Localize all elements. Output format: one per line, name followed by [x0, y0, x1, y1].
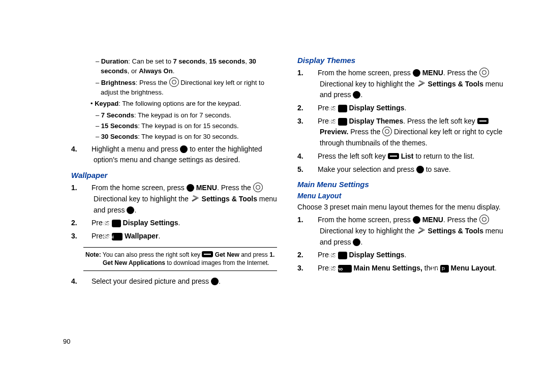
ok-key-icon — [413, 216, 420, 224]
duration-option: – Duration: Can be set to 7 seconds, 15 … — [101, 57, 277, 76]
key-1-icon: 1 @ ⚐ — [440, 265, 449, 273]
keypad-7s: – 7 Seconds: The keypad is on for 7 seco… — [101, 111, 277, 120]
wallpaper-step-3: 3.Press 4 ghi Wallpaper. — [94, 231, 277, 242]
settings-tools-icon — [417, 80, 426, 87]
wallpaper-steps: 1.From the home screen, press MENU. Pres… — [71, 183, 277, 242]
dt-step-2: 2.Press 5 jkl Display Settings. — [320, 103, 503, 114]
ml-step-2: 2.Press 5 jkl Display Settings. — [320, 250, 503, 261]
ok-key-icon — [353, 238, 360, 246]
display-themes-heading: Display Themes — [297, 56, 503, 65]
soft-key-icon — [202, 251, 213, 257]
page-number: 90 — [63, 338, 70, 345]
ok-key-icon — [211, 278, 219, 285]
directional-key-icon — [253, 183, 263, 192]
settings-tools-icon — [191, 195, 200, 202]
key-5-icon: 5 jkl — [338, 252, 347, 259]
soft-key-icon — [388, 153, 399, 159]
menu-layout-intro: Choose 3 preset main menu layout themes … — [297, 202, 503, 213]
right-column: Display Themes 1.From the home screen, p… — [297, 56, 503, 289]
wallpaper-step-4: 4.Select your desired picture and press … — [94, 276, 277, 287]
directional-key-icon — [382, 127, 392, 136]
continued-steps: 4.Highlight a menu and press to enter th… — [71, 144, 277, 166]
two-column-layout: – Duration: Can be set to 7 seconds, 15 … — [71, 56, 503, 289]
keypad-30s: – 30 Seconds: The keypad is on for 30 se… — [101, 132, 277, 142]
key-5-icon: 5 jkl — [112, 220, 121, 227]
dt-step-3: 3.Press 5 jkl Display Themes. Press the … — [320, 116, 503, 149]
soft-key-icon — [477, 118, 489, 124]
dt-step-4: 4.Press the left soft key List to return… — [320, 151, 503, 162]
menu-layout-heading: Menu Layout — [297, 192, 503, 200]
display-themes-steps: 1.From the home screen, press MENU. Pres… — [297, 68, 503, 175]
ok-key-icon — [180, 145, 188, 153]
step-4: 4.Highlight a menu and press to enter th… — [94, 144, 277, 166]
key-4-icon: 4 ghi — [112, 233, 123, 240]
ok-key-icon — [187, 184, 194, 192]
wallpaper-step-1: 1.From the home screen, press MENU. Pres… — [94, 183, 277, 216]
directional-key-icon — [479, 215, 489, 224]
key-5-icon: 5 jkl — [338, 118, 347, 126]
settings-tools-icon — [417, 227, 426, 234]
wallpaper-steps-cont: 4.Select your desired picture and press … — [71, 276, 277, 287]
keypad-option: • Keypad: The following options are for … — [96, 99, 277, 109]
ok-key-icon — [416, 166, 424, 173]
key-5-icon: 5 jkl — [338, 105, 347, 112]
wallpaper-step-2: 2.Press 5 jkl Display Settings. — [94, 218, 277, 229]
ok-key-icon — [413, 69, 420, 77]
dt-step-5: 5.Make your selection and press to save. — [320, 164, 503, 175]
menu-layout-steps: 1.From the home screen, press MENU. Pres… — [297, 215, 503, 274]
ok-key-icon — [127, 206, 134, 214]
directional-key-icon — [169, 77, 179, 87]
keypad-15s: – 15 Seconds: The keypad is on for 15 se… — [101, 122, 277, 131]
left-column: – Duration: Can be set to 7 seconds, 15 … — [71, 56, 277, 289]
ok-key-icon — [353, 91, 360, 99]
brightness-option: – Brightness: Press the Directional key … — [101, 77, 277, 98]
note-box: Note: You can also press the right soft … — [83, 247, 277, 272]
key-6-icon: 6 mno — [338, 265, 352, 273]
main-menu-settings-heading: Main Menu Settings — [297, 180, 503, 189]
ml-step-3: 3.Press 6 mno Main Menu Settings, then 1… — [320, 263, 503, 274]
directional-key-icon — [479, 68, 489, 77]
wallpaper-heading: Wallpaper — [71, 171, 277, 179]
dt-step-1: 1.From the home screen, press MENU. Pres… — [320, 68, 503, 101]
manual-page: – Duration: Can be set to 7 seconds, 15 … — [0, 0, 549, 392]
ml-step-1: 1.From the home screen, press MENU. Pres… — [320, 215, 503, 248]
